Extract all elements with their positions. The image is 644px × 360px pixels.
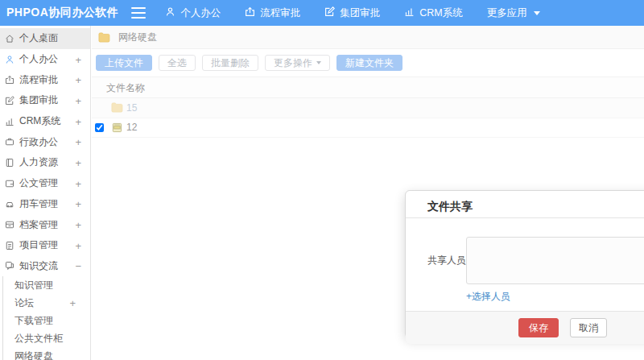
nav-personal-office[interactable]: 个人办公 (165, 6, 221, 20)
briefcase-icon (5, 137, 14, 147)
folder-icon (98, 32, 110, 43)
sidebar-item-vehicle-management[interactable]: 用车管理 + (0, 194, 90, 215)
sidebar-item-project-management[interactable]: 项目管理 + (0, 235, 90, 256)
home-icon (5, 34, 14, 43)
sidebar-item-label: 档案管理 (19, 218, 58, 232)
breadcrumb: 网络硬盘 (92, 26, 644, 49)
sidebar-item-admin-office[interactable]: 行政办公 + (0, 131, 90, 152)
user-icon (5, 55, 14, 64)
table-row[interactable]: 15 (92, 98, 644, 118)
sidebar-item-crm-system[interactable]: CRM系统 + (0, 111, 90, 132)
file-name: 12 (126, 122, 137, 133)
share-personnel-label: 共享人员 (427, 254, 466, 267)
select-personnel-link[interactable]: +选择人员 (466, 290, 510, 304)
sidebar-item-workflow-approval[interactable]: 流程审批 + (0, 69, 90, 90)
edit-icon (324, 6, 335, 19)
sidebar-item-knowledge-exchange[interactable]: 知识交流 − (0, 256, 90, 277)
more-operations-label: 更多操作 (274, 56, 312, 70)
archive-file-icon (111, 122, 123, 133)
sidebar-item-personal-office[interactable]: 个人办公 + (0, 49, 90, 70)
nav-label: 更多应用 (487, 6, 527, 20)
sidebar-item-label: 集团审批 (19, 93, 58, 107)
sidebar-item-label: CRM系统 (19, 114, 60, 128)
caret-down-icon (316, 61, 321, 64)
hamburger-menu-icon[interactable] (131, 7, 146, 19)
user-icon (165, 6, 175, 19)
expand-plus-icon[interactable]: + (75, 239, 81, 251)
breadcrumb-label: 网络硬盘 (118, 31, 157, 44)
sidebar-item-label: 行政办公 (19, 135, 58, 149)
nav-more-apps[interactable]: 更多应用 (487, 6, 540, 20)
nav-label: CRM系统 (419, 6, 462, 20)
sidebar-subitem-forum[interactable]: 论坛 + (3, 294, 90, 312)
expand-plus-icon[interactable]: + (75, 53, 81, 65)
file-toolbar: 上传文件 全选 批量删除 更多操作 新建文件夹 (92, 49, 644, 77)
sidebar-subitem-label: 网络硬盘 (14, 350, 53, 360)
collapse-minus-icon[interactable]: − (75, 260, 81, 272)
expand-plus-icon[interactable]: + (75, 177, 81, 189)
expand-plus-icon[interactable]: + (75, 74, 81, 86)
top-header-bar: PHPOA协同办公软件 个人办公 流程审批 集团审批 CRM系统 更多应用 (0, 0, 644, 26)
top-navigation: 个人办公 流程审批 集团审批 CRM系统 更多应用 (165, 6, 539, 20)
sidebar-item-label: 人力资源 (19, 155, 58, 169)
expand-plus-icon[interactable]: + (69, 297, 76, 309)
clipboard-icon (5, 241, 14, 250)
save-button[interactable]: 保存 (518, 318, 559, 337)
sidebar-subitem-public-file-cabinet[interactable]: 公共文件柜 (3, 329, 90, 347)
car-icon (5, 199, 14, 209)
sidebar-subitem-network-disk[interactable]: 网络硬盘 (3, 347, 90, 360)
file-checkbox[interactable] (95, 123, 104, 132)
sidebar-item-label: 公文管理 (19, 176, 58, 190)
share-personnel-input[interactable] (466, 237, 644, 284)
sidebar-subitem-label: 知识管理 (14, 279, 53, 292)
sidebar-subitem-knowledge-management[interactable]: 知识管理 (3, 276, 90, 294)
sidebar-subitem-label: 下载管理 (14, 314, 53, 328)
caret-down-icon (534, 11, 540, 15)
app-logo: PHPOA协同办公软件 (6, 6, 118, 20)
modal-footer: 保存 取消 (406, 311, 644, 344)
share-icon (5, 75, 14, 85)
document-icon (5, 179, 14, 188)
knowledge-exchange-submenu: 知识管理 论坛 + 下载管理 公共文件柜 网络硬盘 (2, 276, 90, 360)
batch-delete-button[interactable]: 批量删除 (202, 55, 258, 71)
sidebar-subitem-label: 公共文件柜 (14, 332, 63, 346)
file-table: 文件名称 15 12 (92, 77, 644, 138)
expand-plus-icon[interactable]: + (75, 156, 81, 168)
nav-crm-system[interactable]: CRM系统 (404, 6, 462, 20)
book-icon (5, 158, 14, 168)
nav-label: 个人办公 (180, 6, 221, 20)
chart-icon (5, 117, 14, 126)
select-all-button[interactable]: 全选 (159, 55, 196, 71)
sidebar-subitem-label: 论坛 (14, 296, 34, 310)
expand-plus-icon[interactable]: + (75, 94, 81, 106)
sidebar-item-document-management[interactable]: 公文管理 + (0, 173, 90, 194)
sidebar-item-label: 个人办公 (19, 52, 58, 66)
chart-icon (404, 6, 415, 19)
nav-workflow-approval[interactable]: 流程审批 (245, 6, 300, 20)
share-icon (245, 6, 255, 19)
new-folder-button[interactable]: 新建文件夹 (336, 55, 402, 71)
more-operations-button[interactable]: 更多操作 (265, 55, 330, 71)
table-row[interactable]: 12 (92, 118, 644, 139)
nav-label: 集团审批 (340, 6, 380, 20)
modal-header: 文件共享 (406, 191, 644, 218)
cancel-button[interactable]: 取消 (570, 318, 607, 337)
archive-icon (5, 220, 14, 230)
sidebar-item-label: 流程审批 (19, 73, 58, 87)
sidebar-item-label: 项目管理 (19, 238, 58, 252)
nav-group-approval[interactable]: 集团审批 (324, 6, 380, 20)
sidebar-item-group-approval[interactable]: 集团审批 + (0, 90, 90, 111)
expand-plus-icon[interactable]: + (75, 136, 81, 148)
upload-file-button[interactable]: 上传文件 (96, 55, 152, 71)
expand-plus-icon[interactable]: + (75, 219, 81, 231)
sidebar-item-archive-management[interactable]: 档案管理 + (0, 214, 90, 235)
modal-title: 文件共享 (427, 200, 473, 213)
expand-plus-icon[interactable]: + (75, 198, 81, 210)
file-name: 15 (126, 102, 137, 114)
file-name-column-header: 文件名称 (92, 77, 644, 98)
sidebar-item-human-resources[interactable]: 人力资源 + (0, 152, 90, 173)
expand-plus-icon[interactable]: + (75, 115, 81, 127)
sidebar-item-personal-desktop[interactable]: 个人桌面 (0, 28, 90, 49)
sidebar-item-label: 知识交流 (19, 259, 58, 273)
sidebar-subitem-download-management[interactable]: 下载管理 (3, 312, 90, 329)
